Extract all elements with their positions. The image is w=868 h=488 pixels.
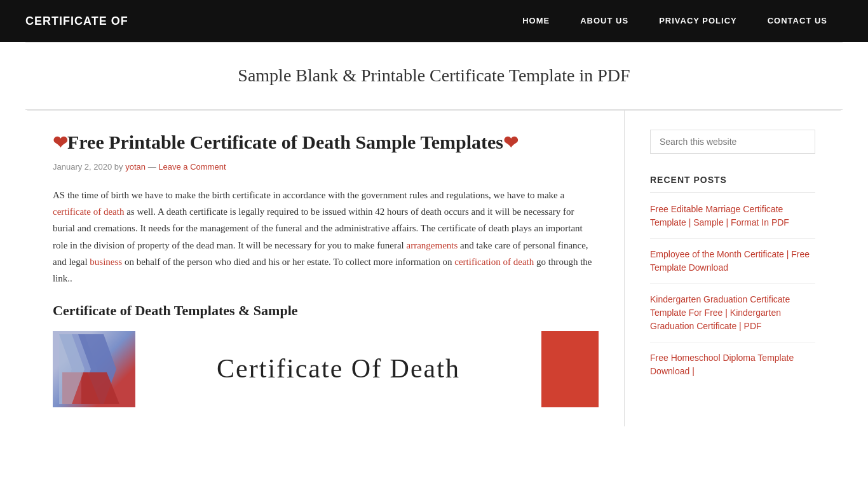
meta-author-link[interactable]: yotan — [125, 162, 146, 172]
nav-about[interactable]: ABOUT US — [565, 0, 644, 42]
cert-center-area: Certificate Of Death — [135, 331, 541, 407]
recent-post-item: Free Homeschool Diploma Template Downloa… — [650, 351, 815, 387]
business-link[interactable]: business — [90, 257, 122, 267]
site-title[interactable]: CERTIFICATE OF — [25, 12, 128, 30]
recent-post-link-3[interactable]: Kindergarten Graduation Certificate Temp… — [650, 293, 815, 333]
section-heading: Certificate of Death Templates & Sample — [53, 299, 599, 322]
cert-chevron-svg — [59, 334, 129, 404]
certification-link[interactable]: certification of death — [454, 257, 534, 267]
site-header: CERTIFICATE OF HOME ABOUT US PRIVACY POL… — [0, 0, 868, 42]
article-title: ❤Free Printable Certificate of Death Sam… — [53, 130, 599, 154]
leave-comment-link[interactable]: Leave a Comment — [158, 162, 226, 172]
recent-post-link-2[interactable]: Employee of the Month Certificate | Free… — [650, 248, 815, 274]
article-paragraph-1: AS the time of birth we have to make the… — [53, 187, 599, 287]
recent-posts-section: RECENT POSTS Free Editable Marriage Cert… — [650, 173, 815, 387]
article-meta: January 2, 2020 by yotan — Leave a Comme… — [53, 161, 599, 174]
cert-of-death-link[interactable]: certificate of death — [53, 207, 124, 217]
arrangements-link[interactable]: arrangements — [407, 240, 458, 250]
recent-posts-heading: RECENT POSTS — [650, 173, 815, 193]
recent-post-item: Kindergarten Graduation Certificate Temp… — [650, 293, 815, 342]
cert-image-mock: Certificate Of Death — [53, 331, 599, 407]
recent-post-link-1[interactable]: Free Editable Marriage Certificate Templ… — [650, 203, 815, 229]
page-subtitle-bar: Sample Blank & Printable Certificate Tem… — [25, 42, 843, 110]
recent-post-item: Free Editable Marriage Certificate Templ… — [650, 203, 815, 239]
recent-post-link-4[interactable]: Free Homeschool Diploma Template Downloa… — [650, 351, 815, 378]
article-body: AS the time of birth we have to make the… — [53, 187, 599, 407]
cert-image-area: Certificate Of Death — [53, 331, 599, 407]
meta-date: January 2, 2020 — [53, 162, 112, 172]
heart-icon-right: ❤ — [503, 133, 518, 152]
heart-icon-left: ❤ — [53, 133, 67, 152]
recent-post-item: Employee of the Month Certificate | Free… — [650, 248, 815, 284]
nav-contact[interactable]: CONTACT US — [752, 0, 843, 42]
main-content: ❤Free Printable Certificate of Death Sam… — [53, 111, 625, 426]
meta-by: by — [114, 162, 125, 172]
search-box-container — [650, 130, 815, 154]
page-subtitle: Sample Blank & Printable Certificate Tem… — [38, 62, 830, 90]
sidebar: RECENT POSTS Free Editable Marriage Cert… — [650, 111, 815, 426]
content-wrapper: ❤Free Printable Certificate of Death Sam… — [27, 110, 841, 426]
search-input[interactable] — [650, 130, 815, 154]
nav-privacy[interactable]: PRIVACY POLICY — [644, 0, 752, 42]
cert-left-graphic — [53, 331, 135, 407]
meta-sep: — — [148, 162, 159, 172]
nav-home[interactable]: HOME — [507, 0, 565, 42]
cert-right-graphic — [541, 331, 599, 407]
svg-marker-3 — [81, 372, 119, 404]
cert-center-text: Certificate Of Death — [217, 348, 460, 390]
main-nav: HOME ABOUT US PRIVACY POLICY CONTACT US — [507, 0, 843, 42]
